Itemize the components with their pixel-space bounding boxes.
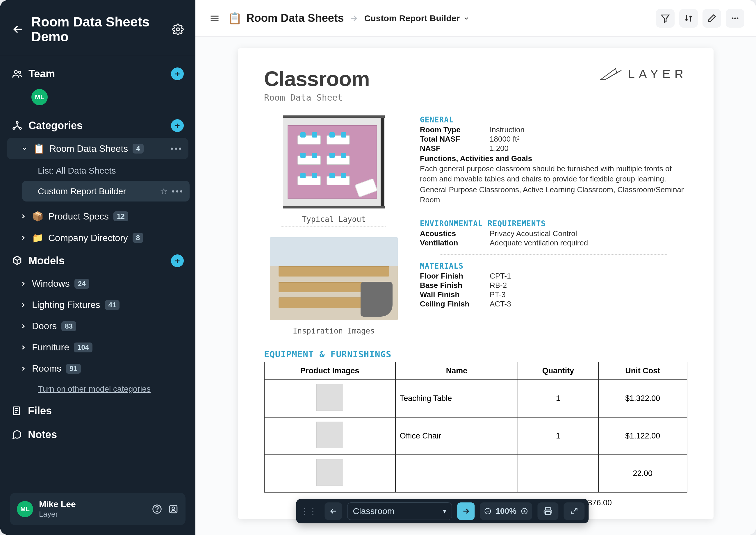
notes-label: Notes: [28, 429, 57, 441]
field-nasf: NASF: [420, 144, 490, 153]
clipboard-icon: 📋: [228, 12, 242, 25]
section-notes[interactable]: Notes: [6, 423, 190, 447]
category-label: Product Specs: [48, 211, 109, 222]
print-button[interactable]: [537, 502, 558, 520]
zoom-out-button[interactable]: [484, 507, 491, 515]
count-badge: 104: [74, 343, 93, 352]
svg-point-1: [14, 70, 17, 73]
more-icon[interactable]: •••: [171, 144, 182, 153]
field-functions: Functions, Activities and Goals: [420, 154, 687, 163]
help-icon[interactable]: [152, 504, 162, 514]
svg-rect-18: [546, 512, 550, 515]
files-label: Files: [28, 405, 52, 417]
svg-point-3: [16, 122, 18, 123]
add-team-button[interactable]: +: [171, 68, 184, 80]
add-model-button[interactable]: +: [171, 254, 184, 267]
star-icon[interactable]: ☆: [160, 186, 168, 196]
table-row: Office Chair1$1,122.00: [264, 417, 687, 455]
record-name: Classroom: [353, 506, 394, 516]
team-label: Team: [29, 68, 165, 80]
cell-cost: 22.00: [599, 455, 687, 492]
model-label: Doors: [32, 321, 57, 331]
svg-point-0: [177, 28, 180, 31]
edit-icon[interactable]: [703, 9, 721, 28]
svg-point-10: [172, 507, 175, 509]
menu-icon[interactable]: [207, 11, 222, 26]
category-sub-list-all[interactable]: List: All Data Sheets: [22, 160, 190, 181]
table-header: Unit Cost: [599, 362, 687, 380]
figure-caption: Typical Layout: [264, 215, 404, 224]
section-title-materials: MATERIALS: [420, 262, 687, 270]
section-team[interactable]: Team +: [6, 62, 190, 86]
svg-point-14: [737, 17, 739, 19]
more-icon[interactable]: [726, 9, 744, 28]
chevron-right-icon: [19, 365, 27, 372]
chevron-right-icon: [19, 280, 27, 287]
page-title: Classroom: [264, 67, 370, 91]
value-ventilation: Adequate ventilation required: [490, 239, 588, 247]
field-acoustics: Acoustics: [420, 229, 490, 238]
svg-point-5: [19, 127, 21, 129]
drag-handle-icon[interactable]: ⋮⋮: [300, 507, 319, 516]
chevron-down-icon: [20, 145, 29, 152]
sub-item-label: Custom Report Builder: [38, 186, 126, 196]
profile-icon[interactable]: [168, 504, 179, 514]
svg-marker-11: [661, 15, 669, 22]
category-sub-custom-report-builder[interactable]: Custom Report Builder ☆ •••: [22, 181, 190, 202]
filter-icon[interactable]: [656, 9, 675, 28]
prev-button[interactable]: [324, 502, 342, 520]
category-company-directory[interactable]: 📁 Company Directory 8: [6, 227, 190, 249]
count-badge: 12: [113, 211, 128, 221]
value-wall-finish: PT-3: [490, 290, 506, 299]
zoom-in-button[interactable]: [520, 507, 528, 515]
category-room-data-sheets[interactable]: 📋 Room Data Sheets 4 •••: [7, 138, 188, 159]
equipment-table: Product Images Name Quantity Unit Cost T…: [264, 362, 687, 493]
section-files[interactable]: Files: [6, 399, 190, 423]
record-select[interactable]: Classroom ▾: [347, 502, 452, 520]
chevron-down-icon: ▾: [443, 507, 446, 515]
model-furniture[interactable]: Furniture104: [6, 337, 190, 358]
chevron-right-icon: [19, 344, 27, 351]
sort-icon[interactable]: [679, 9, 698, 28]
count-badge: 41: [105, 300, 120, 310]
chevron-right-icon: [19, 301, 27, 308]
category-product-specs[interactable]: 📦 Product Specs 12: [6, 206, 190, 227]
value-base-finish: RB-2: [490, 281, 507, 290]
settings-gear-icon[interactable]: [172, 23, 184, 35]
cell-qty: 1: [518, 417, 598, 455]
breadcrumb-root[interactable]: Room Data Sheets: [246, 12, 344, 24]
table-header: Quantity: [518, 362, 598, 380]
topbar: 📋 Room Data Sheets Custom Report Builder: [195, 0, 756, 37]
model-lighting-fixtures[interactable]: Lighting Fixtures41: [6, 294, 190, 316]
model-windows[interactable]: Windows24: [6, 273, 190, 294]
user-org: Layer: [39, 510, 76, 519]
section-categories[interactable]: Categories +: [6, 113, 190, 138]
breadcrumb-current[interactable]: Custom Report Builder: [364, 14, 460, 23]
section-models[interactable]: Models +: [6, 249, 190, 273]
cell-name: Office Chair: [395, 417, 518, 455]
back-arrow-icon[interactable]: [12, 23, 24, 36]
cell-name: [395, 455, 518, 492]
user-name: Mike Lee: [39, 499, 76, 509]
figure-caption: Inspiration Images: [264, 326, 404, 335]
model-label: Furniture: [32, 342, 69, 353]
enable-models-link[interactable]: Turn on other model categories: [6, 379, 190, 399]
model-doors[interactable]: Doors83: [6, 316, 190, 337]
value-room-type: Instruction: [490, 125, 524, 134]
models-icon: [12, 255, 23, 266]
team-icon: [12, 68, 23, 79]
user-card[interactable]: ML Mike Lee Layer: [10, 493, 185, 525]
next-button[interactable]: [457, 502, 475, 520]
expand-button[interactable]: [564, 502, 584, 520]
table-header: Name: [395, 362, 518, 380]
add-category-button[interactable]: +: [171, 119, 184, 132]
model-rooms[interactable]: Rooms91: [6, 358, 190, 379]
field-ceiling-finish: Ceiling Finish: [420, 299, 490, 308]
avatar[interactable]: ML: [31, 89, 48, 105]
chevron-down-icon[interactable]: [463, 15, 470, 21]
models-label: Models: [29, 255, 165, 267]
more-icon[interactable]: •••: [172, 187, 184, 196]
zoom-control: 100%: [480, 502, 532, 520]
field-floor-finish: Floor Finish: [420, 271, 490, 281]
section-title-environmental: ENVIRONMENTAL REQUIREMENTS: [420, 219, 687, 228]
